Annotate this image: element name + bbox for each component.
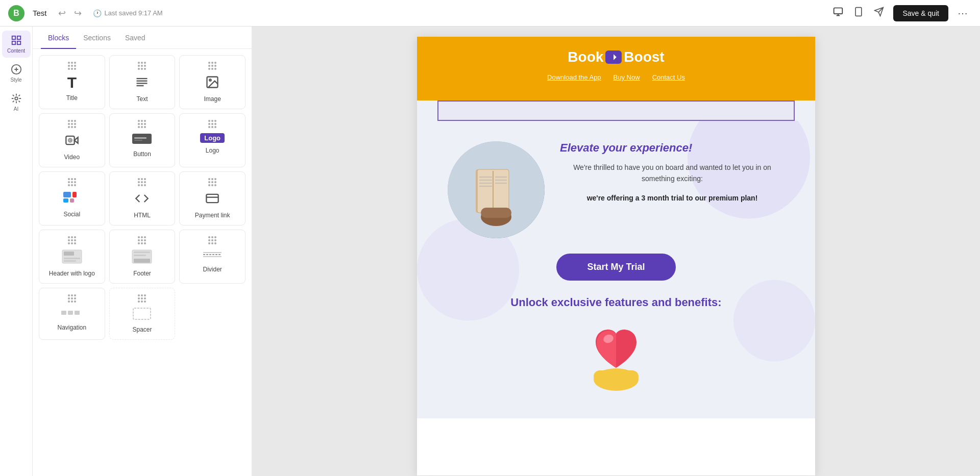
promo-text: Elevate your experience! We're thrilled … [560, 136, 785, 204]
payment-icon [205, 191, 219, 208]
block-header-with-logo[interactable]: Header with logo [39, 230, 105, 284]
promo-section: Elevate your experience! We're thrilled … [448, 136, 785, 238]
block-image[interactable]: Image [179, 55, 246, 109]
block-divider-label: Divider [203, 266, 222, 273]
svg-rect-43 [68, 311, 73, 315]
features-title: Unlock exclusive features and benefits: [448, 296, 785, 309]
nav-link-2[interactable]: Contact Us [652, 73, 685, 81]
svg-rect-10 [17, 41, 20, 44]
sidebar-ai-label: AI [14, 106, 18, 112]
mobile-view-button[interactable] [849, 5, 868, 21]
tab-sections[interactable]: Sections [76, 27, 118, 49]
desktop-view-button[interactable] [829, 5, 847, 21]
last-saved: 🕐 Last saved 9:17 AM [93, 9, 163, 17]
heart-emoji [580, 319, 652, 393]
nav-link-1[interactable]: Buy Now [614, 73, 640, 81]
promo-offer: we're offering a 3 month trial to our pr… [560, 193, 785, 204]
svg-rect-9 [12, 41, 15, 44]
svg-rect-33 [64, 258, 80, 259]
promo-body: We're thrilled to have you on board and … [560, 162, 785, 185]
video-icon [65, 133, 79, 149]
svg-rect-0 [834, 8, 843, 14]
clock-icon: 🕐 [93, 9, 102, 17]
block-payment-link[interactable]: Payment link [179, 171, 246, 226]
block-payment-label: Payment link [195, 212, 230, 219]
svg-rect-34 [64, 260, 76, 262]
tab-blocks[interactable]: Blocks [41, 27, 76, 49]
block-footer-label: Footer [133, 270, 151, 277]
block-navigation[interactable]: Navigation [39, 288, 105, 340]
dot-grid-title [68, 62, 76, 70]
divider-icon [202, 249, 223, 262]
svg-rect-38 [134, 259, 150, 263]
promo-headline: Elevate your experience! [560, 141, 785, 155]
block-social[interactable]: Social [39, 171, 105, 226]
topbar-left: B Test ↩ ↪ 🕐 Last saved 9:17 AM [8, 5, 163, 21]
svg-rect-61 [481, 208, 511, 218]
sidebar-item-ai[interactable]: AI [2, 89, 31, 116]
undo-button[interactable]: ↩ [55, 6, 69, 21]
cta-wrapper: Start My Trial [448, 254, 785, 281]
brand-logo: B [8, 5, 24, 21]
block-divider[interactable]: Divider [179, 230, 246, 284]
spacer-icon [133, 308, 151, 322]
navigation-icon [61, 308, 83, 320]
sidebar-item-content[interactable]: Content [2, 31, 31, 58]
selected-block-wrapper [417, 101, 815, 121]
block-text[interactable]: Text [109, 55, 176, 109]
email-canvas: Book Boost Download the App Buy Now Cont… [417, 37, 815, 475]
block-logo[interactable]: Logo Logo [179, 113, 246, 167]
svg-rect-63 [594, 370, 639, 383]
send-button[interactable] [870, 5, 888, 21]
block-button[interactable]: Button [109, 113, 176, 167]
svg-rect-26 [72, 192, 77, 197]
footer-icon [132, 249, 152, 266]
svg-rect-29 [206, 194, 218, 203]
svg-rect-23 [134, 137, 146, 139]
svg-rect-27 [63, 198, 68, 203]
social-icon [63, 191, 81, 207]
save-quit-button[interactable]: Save & quit [893, 5, 948, 21]
block-footer[interactable]: Footer [109, 230, 176, 284]
block-spacer[interactable]: Spacer [109, 288, 176, 340]
block-html[interactable]: HTML [109, 171, 176, 226]
svg-rect-7 [12, 36, 15, 39]
heart-section [448, 319, 785, 403]
email-body: Elevate your experience! We're thrilled … [417, 121, 815, 418]
sidebar-item-style[interactable]: Style [2, 60, 31, 87]
preview-area[interactable]: Book Boost Download the App Buy Now Cont… [252, 27, 980, 476]
block-text-label: Text [136, 95, 148, 103]
html-icon [135, 191, 149, 208]
redo-button[interactable]: ↪ [71, 6, 85, 21]
dot-grid-image [208, 62, 216, 70]
dot-grid-navigation [68, 294, 76, 303]
view-icons [829, 5, 888, 21]
email-brand: Book Boost [568, 49, 664, 65]
dot-grid-spacer [138, 294, 146, 303]
selected-block-outline[interactable] [437, 101, 795, 121]
block-image-label: Image [204, 95, 220, 103]
dot-grid-button [138, 120, 146, 128]
tab-saved[interactable]: Saved [118, 27, 153, 49]
promo-image [448, 141, 545, 238]
grid-icon [11, 35, 22, 46]
style-icon [11, 64, 22, 75]
block-title-label: Title [66, 94, 78, 102]
svg-rect-24 [134, 140, 142, 141]
nav-link-0[interactable]: Download the App [547, 73, 601, 81]
email-body-content: Elevate your experience! We're thrilled … [448, 136, 785, 403]
book-image-svg [448, 141, 545, 238]
app-title: Test [33, 9, 47, 17]
svg-rect-37 [134, 255, 146, 256]
dot-grid-divider [208, 236, 216, 244]
promo-image-wrapper [448, 141, 545, 238]
brand-arrow-icon [608, 52, 619, 62]
block-video[interactable]: Video [39, 113, 105, 167]
header-icon [62, 249, 82, 266]
start-trial-button[interactable]: Start My Trial [556, 254, 675, 281]
more-options-button[interactable]: ⋯ [953, 5, 972, 21]
svg-rect-25 [63, 192, 71, 197]
block-title[interactable]: T Title [39, 55, 105, 109]
blocks-panel: Blocks Sections Saved T Title Tex [33, 27, 252, 476]
topbar: B Test ↩ ↪ 🕐 Last saved 9:17 AM Save & q… [0, 0, 980, 27]
